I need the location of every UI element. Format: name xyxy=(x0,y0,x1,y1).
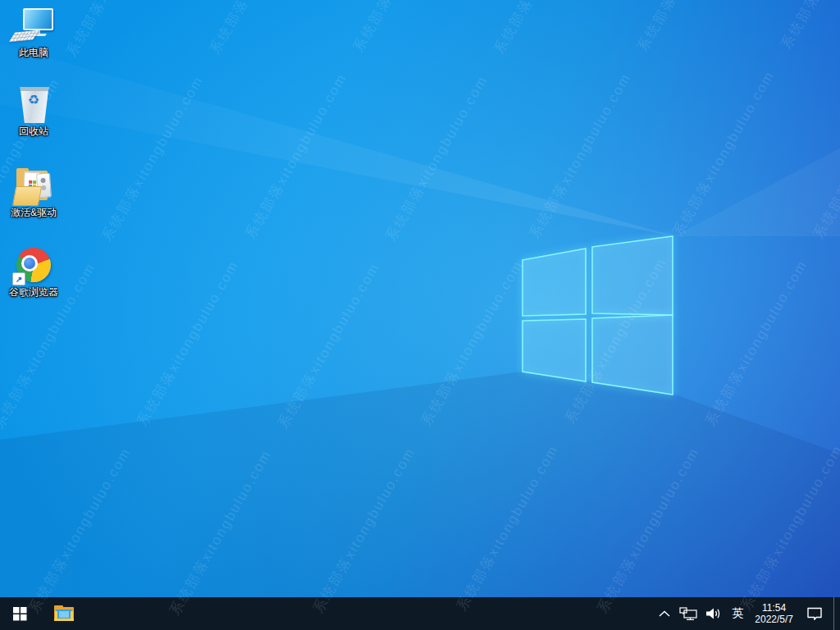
recycle-bin-icon: ♻ xyxy=(12,85,55,125)
start-icon xyxy=(13,607,27,621)
chrome-icon: ↗ xyxy=(12,246,55,285)
desktop-icon-label: 回收站 xyxy=(19,126,48,137)
file-explorer-icon xyxy=(53,605,75,623)
show-desktop-button[interactable] xyxy=(834,597,840,630)
taskbar: 英 11:54 2022/5/7 xyxy=(0,597,840,630)
desktop-icon-label: 谷歌浏览器 xyxy=(9,287,58,298)
desktop-icon-activation-driver[interactable]: 激活&驱动 xyxy=(2,167,66,218)
chevron-up-icon xyxy=(658,609,671,618)
clock-date: 2022/5/7 xyxy=(755,614,793,625)
watermark-overlay: 系统部落xitongbuluo.com 系统部落xitongbuluo.com … xyxy=(0,0,840,630)
open-folder-icon xyxy=(12,167,55,206)
shortcut-arrow-icon: ↗ xyxy=(12,272,25,285)
wallpaper-light-beam xyxy=(0,0,840,630)
action-center-button[interactable] xyxy=(799,597,830,630)
start-button[interactable] xyxy=(0,597,39,630)
action-center-icon xyxy=(806,607,823,621)
file-explorer-button[interactable] xyxy=(44,597,84,630)
clock-time: 11:54 xyxy=(762,602,786,614)
network-tray-button[interactable] xyxy=(675,597,701,630)
wallpaper-shadow xyxy=(0,0,840,630)
volume-icon xyxy=(705,607,722,620)
desktop-icon-label: 激活&驱动 xyxy=(11,208,57,218)
desktop-icon-label: 此电脑 xyxy=(19,48,48,58)
taskbar-clock[interactable]: 11:54 2022/5/7 xyxy=(749,602,799,625)
show-hidden-icons-button[interactable] xyxy=(654,597,675,630)
taskbar-empty-area xyxy=(84,597,654,630)
desktop: 此电脑 ♻ 回收站 激活&驱动 ↗ 谷 xyxy=(0,0,840,630)
ime-indicator[interactable]: 英 xyxy=(726,597,749,630)
windows-logo xyxy=(517,230,681,402)
computer-icon xyxy=(12,7,55,46)
system-tray: 英 11:54 2022/5/7 xyxy=(654,597,840,630)
desktop-icon-recycle-bin[interactable]: ♻ 回收站 xyxy=(2,85,66,137)
desktop-icon-this-pc[interactable]: 此电脑 xyxy=(2,7,66,58)
network-icon xyxy=(679,607,697,621)
wallpaper-light-beam xyxy=(0,0,840,630)
desktop-icon-chrome[interactable]: ↗ 谷歌浏览器 xyxy=(2,246,66,298)
volume-tray-button[interactable] xyxy=(701,597,726,630)
